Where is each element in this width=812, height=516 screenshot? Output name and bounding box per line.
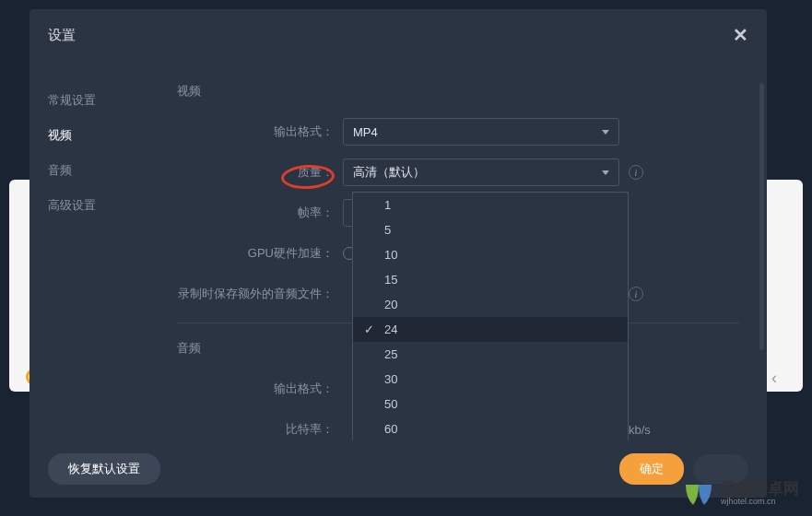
label-gpu: GPU硬件加速：: [177, 245, 343, 262]
watermark: 无极安卓网 wjhotel.com.cn: [682, 477, 799, 510]
dropdown-item[interactable]: 25: [353, 342, 628, 367]
dropdown-item-selected[interactable]: 24: [353, 317, 628, 342]
label-quality: 质量：: [177, 164, 343, 181]
sidebar-item-video[interactable]: 视频: [29, 118, 159, 153]
dropdown-item[interactable]: 60: [353, 416, 628, 440]
dropdown-item[interactable]: 10: [353, 242, 628, 267]
select-quality[interactable]: 高清（默认）: [343, 158, 619, 186]
content-panel: 视频 输出格式： MP4 质量： 高清（默认） i 帧率： 24: [159, 55, 767, 440]
dropdown-item[interactable]: 20: [353, 292, 628, 317]
info-icon[interactable]: i: [629, 165, 643, 180]
chevron-icon: ‹: [771, 369, 777, 388]
dialog-footer: 恢复默认设置 确定: [29, 440, 767, 498]
info-icon[interactable]: i: [629, 287, 643, 301]
watermark-cn: 无极安卓网: [721, 481, 799, 498]
sidebar: 常规设置 视频 音频 高级设置: [29, 55, 159, 440]
label-audio-format: 输出格式：: [177, 381, 343, 397]
close-button[interactable]: ✕: [733, 24, 748, 46]
select-output-format[interactable]: MP4: [343, 118, 619, 146]
framerate-dropdown: 1 5 10 15 20 24 25 30 50 60: [352, 192, 629, 440]
dropdown-item[interactable]: 5: [353, 217, 628, 242]
dropdown-item[interactable]: 1: [353, 193, 628, 217]
dialog-body: 常规设置 视频 音频 高级设置 视频 输出格式： MP4 质量： 高清（默认）: [29, 55, 767, 440]
settings-dialog: 设置 ✕ 常规设置 视频 音频 高级设置 视频 输出格式： MP4 质量：: [29, 9, 767, 498]
chevron-down-icon: [602, 170, 609, 175]
dropdown-item[interactable]: 15: [353, 267, 628, 292]
chevron-down-icon: [602, 130, 609, 135]
sidebar-item-advanced[interactable]: 高级设置: [29, 188, 159, 223]
restore-defaults-button[interactable]: 恢复默认设置: [48, 453, 160, 485]
label-extra-audio: 录制时保存额外的音频文件：: [177, 286, 343, 302]
scrollbar[interactable]: [759, 83, 764, 350]
select-output-format-value: MP4: [353, 125, 378, 139]
label-framerate: 帧率：: [177, 205, 343, 221]
watermark-text: 无极安卓网 wjhotel.com.cn: [721, 481, 799, 508]
sidebar-item-general[interactable]: 常规设置: [29, 83, 159, 118]
dialog-title: 设置: [48, 27, 76, 44]
dropdown-item[interactable]: 50: [353, 392, 628, 416]
label-output-format: 输出格式：: [177, 123, 343, 140]
ok-button[interactable]: 确定: [619, 453, 684, 485]
video-section-title: 视频: [177, 83, 739, 100]
dropdown-item[interactable]: 30: [353, 367, 628, 392]
bitrate-unit: kb/s: [629, 423, 651, 437]
row-quality: 质量： 高清（默认） i: [177, 158, 739, 186]
sidebar-item-audio[interactable]: 音频: [29, 153, 159, 188]
dialog-header: 设置 ✕: [29, 9, 767, 55]
row-output-format: 输出格式： MP4: [177, 118, 739, 146]
select-quality-value: 高清（默认）: [353, 164, 425, 181]
watermark-logo-icon: [682, 477, 715, 510]
label-bitrate: 比特率：: [177, 421, 343, 438]
watermark-en: wjhotel.com.cn: [721, 498, 799, 507]
